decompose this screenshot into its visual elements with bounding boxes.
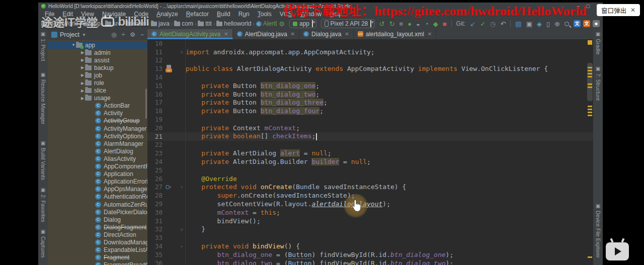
history-icon[interactable]: ◷ [490, 21, 496, 27]
build-hammer-icon[interactable]: ⚙ [279, 20, 285, 28]
menu-item-analyze[interactable]: Analyze [153, 10, 182, 18]
tool-strip-tab-device-file-explorer[interactable]: ▣Device File Explorer [595, 203, 601, 258]
tree-item-appcomponentfactory[interactable]: CAppComponentFactory [48, 163, 147, 170]
git-update-icon[interactable]: ↙ [470, 21, 475, 27]
code-line-30[interactable]: 30 mContext = this; [147, 208, 593, 217]
editor-tab-alertdialog.java[interactable]: CAlertDialog.java✕ [233, 29, 299, 39]
tree-item-backup[interactable]: ▶backup [48, 64, 147, 71]
tool-strip-tab-7-structure[interactable]: ▣7: Structure [595, 66, 601, 101]
profile-icon[interactable]: ◒ [416, 21, 420, 27]
tree-item-activitygroup[interactable]: CActivityGroup [48, 117, 147, 125]
breadcrumb-item-ttit[interactable]: ttit [198, 20, 212, 27]
close-icon[interactable]: ✕ [428, 31, 432, 37]
tool-strip-tab-resource-manager[interactable]: ▣Resource Manager [40, 72, 46, 124]
code-line-33[interactable]: 33 [147, 233, 593, 242]
tree-expand-arrow[interactable]: ▶ [80, 81, 85, 85]
tree-item-alertdialog[interactable]: CAlertDialog [48, 147, 147, 155]
tree-item-activity[interactable]: CActivity [48, 110, 147, 117]
tool-strip-tab-build-variants[interactable]: ▣Build Variants [40, 140, 46, 180]
tree-item-expandablelistactivity[interactable]: CExpandableListActivity [48, 246, 147, 254]
apply-code-changes-icon[interactable]: ↻ [389, 21, 395, 27]
related-layout-icon[interactable]: <> [166, 65, 172, 72]
scrollbar-thumb[interactable] [587, 63, 593, 101]
code-line-14[interactable]: 14 [147, 73, 593, 81]
code-editor[interactable]: 1011⌂import androidx.appcompat.app.AppCo… [147, 39, 593, 265]
code-line-24[interactable]: 24 private AlertDialog.Builder builder =… [147, 157, 593, 166]
code-line-16[interactable]: 16 private Button btn_dialog_two; [147, 90, 593, 99]
tool-strip-tab-gradle[interactable]: ▣Gradle [595, 31, 601, 55]
tool-strip-tab-2-favorites[interactable]: ▣2: Favorites [40, 187, 46, 222]
tree-expand-arrow[interactable]: ▶ [80, 89, 85, 93]
avd-manager-icon[interactable]: ◈ [537, 21, 542, 27]
project-tree-scrollbar[interactable] [145, 89, 147, 119]
tree-item-datepickerdialog[interactable]: CDatePickerDialog [48, 208, 147, 216]
close-icon[interactable]: ✕ [345, 31, 349, 37]
close-icon[interactable]: ✕ [224, 31, 228, 37]
code-line-36[interactable]: 36 btn_dialog_two = (Button) findViewByI… [147, 259, 593, 265]
tree-expand-arrow[interactable]: ▶ [80, 73, 85, 77]
rollback-icon[interactable]: ↶ [500, 21, 506, 27]
run-configuration-select[interactable]: app ▼ [289, 19, 316, 28]
code-line-11[interactable]: 11⌂import androidx.appcompat.app.AppComp… [147, 48, 593, 56]
window-popup-toggle[interactable]: 窗口弹出 ✕ [597, 4, 640, 16]
fold-marker[interactable]: ⌂ [181, 49, 183, 54]
logcat-icon[interactable]: ▣ [526, 21, 532, 27]
tree-item-app[interactable]: ▼app [48, 41, 147, 49]
code-line-35[interactable]: 35 btn_dialog_one = (Button) findViewByI… [147, 250, 593, 259]
code-line-31[interactable]: 31 bindView(); [147, 217, 593, 225]
tree-item-authenticationrequired[interactable]: CAuthenticationRequired [48, 193, 147, 201]
overriding-method-icon[interactable]: ↑ [166, 185, 172, 190]
sdk-manager-icon[interactable]: ▯ [546, 21, 550, 27]
locate-icon[interactable]: ◎ [111, 31, 116, 38]
code-line-27[interactable]: 27↑▿ protected void onCreate(Bundle save… [147, 183, 593, 192]
code-line-29[interactable]: 29 setContentView(R.layout.alertdailog_l… [147, 200, 593, 208]
code-line-26[interactable]: 26 @Override [147, 174, 593, 183]
project-header[interactable]: Project ▼ ◎÷⚙− [48, 29, 147, 40]
editor-tab-alertdialogactivity.java[interactable]: CAlertDialogActivity.java✕ [147, 29, 233, 39]
code-line-32[interactable]: 32⌂ } [147, 225, 593, 234]
attach-debugger-icon[interactable]: ◆ [433, 21, 438, 27]
device-select[interactable]: Pixel 2 API 28 ▼ [321, 19, 375, 28]
tool-strip-tab-captures[interactable]: ▣Captures [40, 229, 46, 258]
code-line-17[interactable]: 17 private Button btn_dialog_three; [147, 99, 593, 107]
code-line-15[interactable]: 15 private Button btn_dialog_one; [147, 81, 593, 90]
search-icon[interactable] [565, 22, 569, 26]
tree-item-dialogfragment[interactable]: CDialogFragment [48, 223, 147, 231]
menu-item-refactor[interactable]: Refactor [183, 10, 212, 18]
tree-item-activitymanager[interactable]: CActivityManager [48, 125, 147, 132]
code-changes-icon[interactable]: ≡ [399, 21, 404, 27]
tree-item-activityoptions[interactable]: CActivityOptions [48, 132, 147, 140]
code-line-25[interactable]: 25 [147, 166, 593, 174]
tree-item-appopsmanager[interactable]: CAppOpsManager [48, 186, 147, 193]
code-line-34[interactable]: 34▿ private void bindView() { [147, 242, 593, 250]
menu-item-run[interactable]: Run [235, 10, 253, 18]
translate-orange-icon[interactable]: 文 [583, 20, 590, 27]
breadcrumb-item-alertdialogactivity[interactable]: CAlertDialogActivity [256, 20, 277, 27]
tree-expand-arrow[interactable]: ▶ [80, 58, 85, 62]
tree-item-role[interactable]: ▶role [48, 79, 147, 86]
tree-item-slice[interactable]: ▶slice [48, 87, 147, 95]
breadcrumb-item-helloworld[interactable]: helloworld [216, 20, 251, 27]
tree-item-directaction[interactable]: CDirectAction [48, 231, 147, 238]
tree-item-application[interactable]: CApplication [48, 170, 147, 178]
profile-person-icon[interactable]: ☻ [593, 20, 600, 27]
code-line-22[interactable]: 22 [147, 141, 593, 149]
tree-expand-arrow[interactable]: ▶ [80, 65, 85, 70]
tree-item-dialog[interactable]: CDialog [48, 216, 147, 223]
tree-item-admin[interactable]: ▶admin [48, 49, 147, 56]
fold-marker[interactable]: ⌂ [181, 227, 183, 232]
tree-expand-arrow[interactable]: ▶ [80, 96, 85, 101]
sync-gradle-icon[interactable]: ⊕ [554, 21, 560, 27]
code-line-10[interactable]: 10 [147, 39, 593, 48]
tree-item-fragmentbreadcrumb[interactable]: CFragmentBreadCrumb [48, 261, 147, 265]
tree-item-aliasactivity[interactable]: CAliasActivity [48, 155, 147, 162]
apply-changes-icon[interactable]: ↺ [379, 21, 385, 27]
collapse-all-icon[interactable]: ÷ [122, 31, 125, 38]
tool-strip-tab-1-project[interactable]: ▣1: Project [40, 31, 46, 61]
breadcrumb-item-com[interactable]: com [174, 20, 193, 27]
translate-blue-icon[interactable]: 文 [574, 20, 581, 27]
code-line-12[interactable]: 12 [147, 56, 593, 65]
tree-item-usage[interactable]: ▶usage [48, 95, 147, 102]
stop-icon[interactable]: ■ [443, 21, 447, 27]
fold-marker[interactable]: ▿ [181, 185, 183, 190]
